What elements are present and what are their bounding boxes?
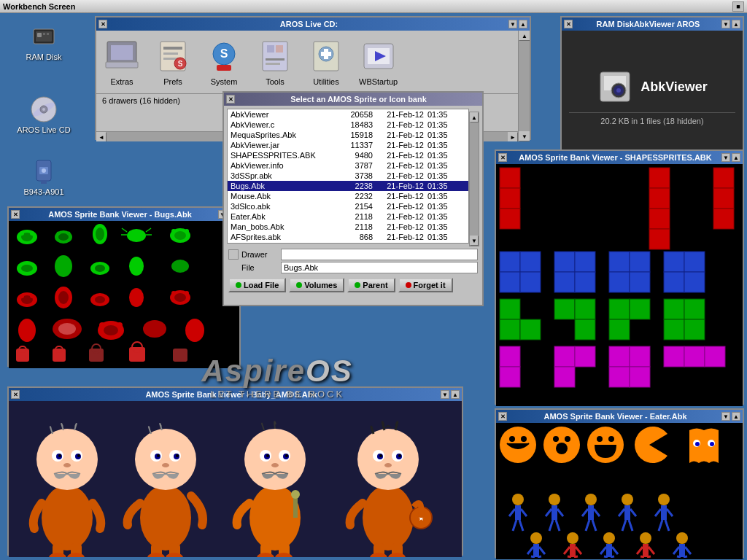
- file-row-abkviewer-c[interactable]: AbkViewer.c1848321-Feb-1201:35: [228, 120, 468, 130]
- utilities-icon[interactable]: Utilities: [308, 38, 344, 86]
- file-row-afsprites[interactable]: AFSprites.abk86821-Feb-1201:35: [228, 232, 468, 242]
- svg-line-260: [568, 556, 571, 557]
- sprite-baby-window: ✕ AMOS Sprite Bank Viewer - Baby_AMOS.Ab…: [7, 386, 463, 556]
- svg-rect-116: [575, 272, 595, 292]
- svg-rect-98: [173, 349, 187, 362]
- svg-point-79: [171, 291, 176, 295]
- svg-point-164: [135, 429, 196, 490]
- file-row-readme[interactable]: readme.txt30321-Feb-1201:35: [228, 242, 468, 244]
- sprite-shapes-min-button[interactable]: ▼: [721, 153, 730, 162]
- svg-line-241: [630, 509, 636, 516]
- desktop-icon-usb[interactable]: B943-A901: [15, 157, 73, 196]
- file-row-eater[interactable]: Eater.Abk211821-Feb-1201:35: [228, 211, 468, 222]
- scroll-left-button[interactable]: ◄: [96, 132, 107, 141]
- svg-rect-96: [129, 347, 145, 362]
- tools-icon[interactable]: Tools: [257, 38, 293, 86]
- extras-icon[interactable]: Extras: [104, 38, 140, 86]
- svg-point-62: [21, 265, 33, 272]
- ram-viewer-close-button[interactable]: ✕: [564, 20, 573, 28]
- wbstartup-icon[interactable]: WBStartup: [359, 38, 398, 86]
- svg-line-248: [659, 520, 662, 531]
- svg-point-85: [104, 325, 118, 335]
- svg-point-187: [257, 553, 274, 557]
- aros-maximize-button[interactable]: ▲: [519, 20, 527, 28]
- desktop-icon-ram-disk[interactable]: RAM Disk: [15, 22, 73, 61]
- drawer-checkbox[interactable]: [228, 249, 239, 260]
- sprite-eater-min-button[interactable]: ▼: [721, 412, 730, 421]
- svg-point-78: [174, 293, 186, 302]
- svg-rect-147: [664, 346, 684, 367]
- file-row-abkviewer[interactable]: AbkViewer2065821-Feb-1201:35: [228, 109, 468, 120]
- file-row-man-bobs[interactable]: Man_bobs.Abk211821-Feb-1201:35: [228, 222, 468, 232]
- file-row-abkviewer-info[interactable]: AbkViewer.info378721-Feb-1201:35: [228, 160, 468, 171]
- svg-point-44: [20, 231, 24, 236]
- svg-rect-92: [53, 349, 66, 362]
- ram-viewer-maximize-button[interactable]: ▲: [732, 20, 740, 28]
- sprite-bugs-close-button[interactable]: ✕: [11, 210, 20, 219]
- drawer-input[interactable]: [281, 249, 478, 260]
- aros-minimize-button[interactable]: ▼: [508, 20, 517, 28]
- svg-rect-3: [43, 33, 45, 35]
- load-file-button[interactable]: Load File: [228, 278, 286, 292]
- aros-close-button[interactable]: ✕: [98, 20, 107, 28]
- file-input[interactable]: [281, 262, 478, 273]
- file-row-mequasprites[interactable]: MequaSprites.Abk1591821-Feb-1201:35: [228, 130, 468, 140]
- sprite-eater-close-button[interactable]: ✕: [498, 412, 507, 421]
- system-icon[interactable]: S System: [206, 38, 242, 86]
- file-row-3dsspr[interactable]: 3dSSpr.abk373821-Feb-1201:35: [228, 171, 468, 181]
- file-row-shapessprites[interactable]: SHAPESSPRITES.ABK948021-Feb-1201:35: [228, 150, 468, 160]
- sprite-baby-max-button[interactable]: ▲: [451, 390, 460, 399]
- svg-line-276: [673, 547, 679, 554]
- svg-point-226: [549, 494, 560, 505]
- svg-line-255: [538, 556, 541, 557]
- desktop-icon-aros-cd[interactable]: AROS Live CD: [15, 95, 73, 134]
- svg-rect-139: [500, 367, 520, 387]
- workbench-button[interactable]: ■: [732, 1, 744, 12]
- svg-point-73: [58, 291, 69, 304]
- svg-point-207: [509, 436, 515, 442]
- file-row-3dslco[interactable]: 3dSlco.abk215421-Feb-1201:35: [228, 201, 468, 211]
- file-row-abkviewer-jar[interactable]: AbkViewer.jar1133721-Feb-1201:35: [228, 140, 468, 150]
- svg-point-177: [244, 429, 306, 490]
- file-scroll-up[interactable]: ▲: [470, 112, 479, 122]
- scroll-right-button[interactable]: ►: [508, 132, 518, 141]
- sprite-eater-window: ✕ AMOS Sprite Bank Viewer - Eater.Abk ▼ …: [495, 408, 744, 558]
- svg-rect-101: [500, 209, 520, 229]
- svg-rect-120: [630, 272, 650, 292]
- file-row-bugs[interactable]: Bugs.Abk223821-Feb-1201:35: [228, 181, 468, 191]
- file-selector-close-button[interactable]: ✕: [226, 95, 235, 104]
- svg-point-51: [96, 228, 104, 241]
- forget-it-button[interactable]: Forget it: [398, 278, 453, 292]
- svg-point-244: [658, 494, 670, 505]
- svg-rect-118: [630, 252, 650, 272]
- sprite-shapes-close-button[interactable]: ✕: [498, 153, 507, 162]
- svg-point-60: [185, 229, 189, 233]
- sprite-baby-min-button[interactable]: ▼: [441, 390, 449, 399]
- file-scroll-down[interactable]: ▼: [470, 236, 479, 246]
- svg-rect-28: [266, 58, 285, 61]
- volumes-button[interactable]: Volumes: [289, 278, 344, 292]
- scroll-down-button[interactable]: ▼: [519, 131, 530, 141]
- svg-rect-4: [47, 33, 49, 35]
- svg-rect-239: [624, 505, 630, 520]
- taskbar: Workbench Screen ■: [0, 0, 747, 13]
- parent-button[interactable]: Parent: [347, 278, 395, 292]
- sprite-shapes-max-button[interactable]: ▲: [732, 153, 740, 162]
- svg-point-162: [67, 553, 85, 557]
- svg-line-225: [519, 520, 523, 531]
- scroll-up-button[interactable]: ▲: [519, 31, 530, 41]
- prefs-icon[interactable]: S Prefs: [155, 38, 191, 86]
- svg-rect-245: [661, 505, 667, 520]
- aros-cd-label: AROS Live CD: [17, 125, 70, 134]
- svg-line-237: [592, 520, 596, 531]
- svg-line-252: [527, 547, 533, 554]
- sprite-baby-close-button[interactable]: ✕: [11, 390, 20, 399]
- sprite-eater-max-button[interactable]: ▲: [732, 412, 740, 421]
- file-row-mouse[interactable]: Mouse.Abk223221-Feb-1201:35: [228, 191, 468, 201]
- svg-point-63: [55, 255, 72, 277]
- ram-viewer-minimize-button[interactable]: ▼: [721, 20, 730, 28]
- svg-point-48: [57, 232, 61, 236]
- aros-scrollbar: ▲ ▼: [518, 31, 530, 141]
- svg-text:S: S: [220, 47, 228, 60]
- drawer-label: Drawer: [241, 250, 278, 259]
